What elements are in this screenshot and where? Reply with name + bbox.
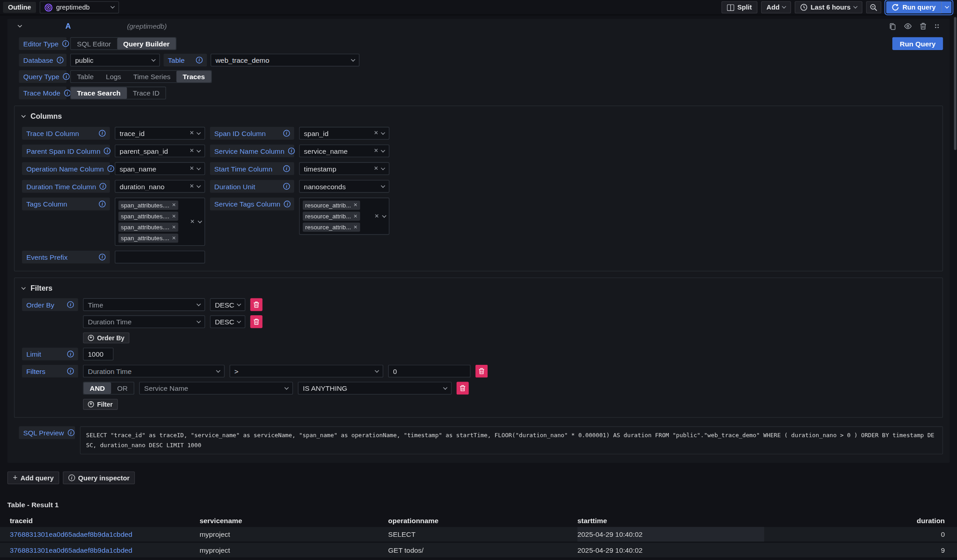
editor-type-query-builder[interactable]: Query Builder bbox=[117, 38, 176, 49]
query-type-traces[interactable]: Traces bbox=[177, 71, 211, 82]
close-icon[interactable]: ✕ bbox=[353, 202, 357, 208]
query-type-time-series[interactable]: Time Series bbox=[127, 71, 176, 82]
info-icon[interactable]: i bbox=[67, 368, 74, 374]
filter-field-select[interactable]: Service Name bbox=[139, 382, 293, 394]
add-filter-button[interactable]: + Filter bbox=[83, 399, 117, 410]
query-type-logs[interactable]: Logs bbox=[100, 71, 127, 82]
info-icon[interactable]: i bbox=[99, 130, 106, 137]
order-by-direction-select[interactable]: DESC bbox=[210, 315, 245, 328]
clear-icon[interactable]: ✕ bbox=[374, 131, 378, 136]
scrollbar-thumb[interactable] bbox=[954, 17, 956, 150]
column-header-starttime[interactable]: starttime bbox=[577, 517, 764, 525]
parent-span-id-column-select[interactable]: parent_span_id ✕ bbox=[115, 145, 205, 157]
logic-or[interactable]: OR bbox=[111, 383, 134, 394]
span-id-column-select[interactable]: span_id ✕ bbox=[299, 127, 389, 140]
column-header-servicename[interactable]: servicename bbox=[199, 517, 388, 525]
delete-order-by-button[interactable] bbox=[250, 298, 263, 311]
split-button[interactable]: Split bbox=[722, 1, 758, 14]
time-range-button[interactable]: Last 6 hours bbox=[795, 1, 862, 14]
info-icon[interactable]: i bbox=[99, 201, 106, 207]
filter-value-input[interactable] bbox=[388, 365, 471, 378]
drag-handle-icon[interactable] bbox=[934, 24, 939, 29]
database-select[interactable]: public bbox=[70, 54, 160, 66]
close-icon[interactable]: ✕ bbox=[172, 213, 176, 219]
clear-icon[interactable]: ✕ bbox=[374, 166, 378, 172]
clear-icon[interactable]: ✕ bbox=[189, 131, 194, 136]
info-icon[interactable]: i bbox=[100, 183, 107, 190]
filters-section-header[interactable]: Filters bbox=[22, 283, 935, 294]
order-by-direction-select[interactable]: DESC bbox=[210, 298, 245, 311]
clear-icon[interactable]: ✕ bbox=[189, 166, 194, 172]
info-icon[interactable]: i bbox=[288, 147, 295, 154]
columns-section-header[interactable]: Columns bbox=[22, 111, 935, 122]
logic-and[interactable]: AND bbox=[84, 383, 111, 394]
trace-id-column-select[interactable]: trace_id ✕ bbox=[115, 127, 205, 140]
info-icon[interactable]: i bbox=[283, 130, 290, 137]
info-icon[interactable]: i bbox=[196, 57, 203, 64]
events-prefix-input[interactable] bbox=[115, 251, 205, 263]
filter-field-select[interactable]: Duration Time bbox=[83, 365, 224, 378]
clear-icon[interactable]: ✕ bbox=[190, 219, 195, 224]
tag-chip[interactable]: span_attributes....✕ bbox=[118, 201, 178, 210]
outline-toggle[interactable]: Outline bbox=[3, 2, 36, 13]
trace-mode-trace-search[interactable]: Trace Search bbox=[71, 87, 127, 99]
clear-icon[interactable]: ✕ bbox=[374, 213, 379, 219]
table-select[interactable]: web_trace_demo bbox=[211, 54, 360, 66]
info-icon[interactable]: i bbox=[62, 40, 69, 47]
info-icon[interactable]: i bbox=[63, 73, 70, 80]
service-tag-chip[interactable]: resource_attrib...✕ bbox=[303, 212, 360, 221]
clear-icon[interactable]: ✕ bbox=[189, 148, 194, 154]
run-query-caret-button[interactable] bbox=[941, 1, 952, 14]
column-header-duration[interactable]: duration bbox=[764, 517, 945, 525]
add-order-by-button[interactable]: + Order By bbox=[83, 333, 129, 343]
order-by-field-select[interactable]: Duration Time bbox=[83, 315, 205, 328]
tags-column-multiselect[interactable]: span_attributes....✕ span_attributes....… bbox=[115, 197, 205, 246]
duplicate-query-icon[interactable] bbox=[889, 23, 896, 30]
run-query-button-editor[interactable]: Run Query bbox=[892, 37, 943, 50]
hide-response-eye-icon[interactable] bbox=[904, 23, 911, 29]
tag-chip[interactable]: span_attributes....✕ bbox=[118, 233, 178, 242]
close-icon[interactable]: ✕ bbox=[353, 224, 357, 230]
trace-id-link[interactable]: 3768831301ea0d65adaef8b9da1cbded bbox=[10, 547, 132, 554]
close-icon[interactable]: ✕ bbox=[172, 235, 176, 241]
filter-operator-select[interactable]: IS ANYTHING bbox=[298, 382, 452, 394]
zoom-out-button[interactable] bbox=[866, 1, 881, 14]
service-name-column-select[interactable]: service_name ✕ bbox=[299, 145, 389, 157]
info-icon[interactable]: i bbox=[67, 351, 74, 358]
service-tag-chip[interactable]: resource_attrib...✕ bbox=[303, 201, 360, 210]
clear-icon[interactable]: ✕ bbox=[189, 184, 194, 189]
close-icon[interactable]: ✕ bbox=[353, 213, 357, 219]
duration-unit-select[interactable]: nanoseconds bbox=[299, 180, 389, 192]
info-icon[interactable]: i bbox=[283, 165, 290, 172]
trace-mode-trace-id[interactable]: Trace ID bbox=[127, 87, 165, 99]
tag-chip[interactable]: span_attributes....✕ bbox=[118, 222, 178, 232]
info-icon[interactable]: i bbox=[99, 254, 106, 261]
info-icon[interactable]: i bbox=[57, 57, 64, 64]
trace-id-link[interactable]: 3768831301ea0d65adaef8b9da1cbded bbox=[10, 531, 132, 538]
delete-filter-button[interactable] bbox=[475, 365, 488, 378]
filter-operator-select[interactable]: > bbox=[229, 365, 383, 378]
datasource-picker[interactable]: greptimedb bbox=[40, 1, 119, 14]
query-inspector-button[interactable]: i Query inspector bbox=[63, 472, 135, 484]
clear-icon[interactable]: ✕ bbox=[374, 148, 378, 154]
editor-type-sql-editor[interactable]: SQL Editor bbox=[71, 38, 117, 49]
duration-time-column-select[interactable]: duration_nano ✕ bbox=[115, 180, 205, 192]
column-header-traceid[interactable]: traceid bbox=[10, 517, 199, 525]
limit-input[interactable] bbox=[83, 348, 113, 360]
operation-name-column-select[interactable]: span_name ✕ bbox=[115, 162, 205, 175]
info-icon[interactable]: i bbox=[283, 183, 290, 190]
remove-query-trash-icon[interactable] bbox=[920, 23, 926, 30]
service-tag-chip[interactable]: resource_attrib...✕ bbox=[303, 222, 360, 232]
info-icon[interactable]: i bbox=[104, 147, 111, 154]
service-tags-column-multiselect[interactable]: resource_attrib...✕ resource_attrib...✕ … bbox=[299, 197, 389, 235]
start-time-column-select[interactable]: timestamp ✕ bbox=[299, 162, 389, 175]
collapse-chevron-icon[interactable] bbox=[18, 23, 22, 27]
info-icon[interactable]: i bbox=[284, 201, 291, 207]
order-by-field-select[interactable]: Time bbox=[83, 298, 205, 311]
delete-filter-button[interactable] bbox=[457, 382, 469, 394]
add-query-button[interactable]: + Add query bbox=[7, 472, 59, 484]
close-icon[interactable]: ✕ bbox=[172, 202, 176, 208]
run-query-button-top[interactable]: Run query bbox=[886, 1, 941, 14]
delete-order-by-button[interactable] bbox=[250, 315, 263, 328]
close-icon[interactable]: ✕ bbox=[172, 224, 176, 230]
